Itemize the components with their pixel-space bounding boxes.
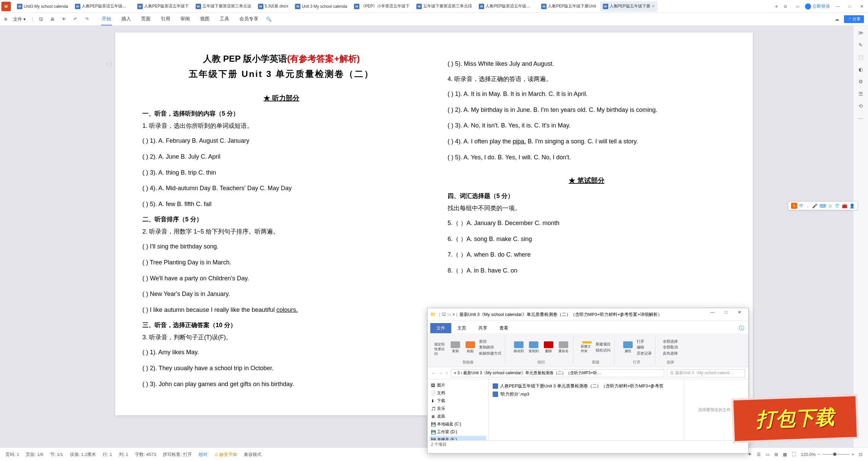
more-icon[interactable]: ⋯: [857, 115, 864, 122]
document-tab[interactable]: W五年级下册英语第三单元综: [414, 1, 475, 12]
tree-item[interactable]: 💾老硬盘 (E:): [430, 436, 486, 440]
up-icon[interactable]: ↑: [446, 370, 448, 376]
properties-button[interactable]: 属性: [622, 341, 634, 354]
cloud-icon[interactable]: ☁: [834, 16, 840, 22]
preview-icon[interactable]: 👁: [61, 16, 67, 22]
status-spell[interactable]: 拼写检查: 打开: [163, 452, 192, 458]
view-full-icon[interactable]: ⛶: [792, 452, 796, 457]
window-restore-icon[interactable]: ⧉: [781, 2, 790, 11]
document-tab[interactable]: W五年级下册英语第三单元达: [193, 1, 254, 12]
back-icon[interactable]: ←: [431, 370, 436, 376]
document-tab[interactable]: W人教PEP版五年级下册✕: [600, 1, 657, 12]
ime-user-icon[interactable]: 👤: [849, 203, 855, 208]
ribbon-tab[interactable]: 审阅: [180, 13, 191, 25]
tree-item[interactable]: 🖥桌面: [430, 413, 486, 420]
collapse-icon[interactable]: ≫: [857, 30, 864, 37]
explorer-tab-share[interactable]: 共享: [472, 323, 493, 333]
ime-emoji-icon[interactable]: ☺: [828, 203, 832, 208]
ime-lang[interactable]: 中: [799, 203, 804, 209]
explorer-titlebar[interactable]: 📁 | 🖫 ▭ ▾ | 最新Unit 3《My school calendar》…: [428, 308, 748, 321]
forward-icon[interactable]: →: [438, 370, 443, 376]
backup-icon[interactable]: ⟲: [857, 103, 864, 110]
status-proof[interactable]: 校对: [199, 452, 208, 458]
undo-icon[interactable]: ↶: [72, 16, 78, 22]
zoom-control[interactable]: 120.0% − +: [801, 452, 854, 457]
zoom-in-icon[interactable]: +: [851, 452, 854, 457]
login-button[interactable]: 立即登录: [805, 3, 830, 9]
ribbon-tab[interactable]: 视图: [199, 13, 210, 25]
close-icon[interactable]: ✕: [857, 2, 867, 11]
tree-item[interactable]: 🖼图片: [430, 381, 486, 389]
tree-item[interactable]: 📄文档: [430, 389, 486, 397]
tree-item[interactable]: 🎵音乐: [430, 405, 486, 413]
explorer-tab-view[interactable]: 查看: [493, 323, 514, 333]
file-menu[interactable]: 文件 ▾: [13, 16, 26, 22]
view-page-icon[interactable]: ▭: [766, 452, 770, 457]
tree-item[interactable]: 💾工作室 (D:): [430, 428, 486, 436]
limit-icon[interactable]: ◐: [857, 66, 864, 73]
select-icon[interactable]: ⬚: [857, 54, 864, 61]
status-col[interactable]: 列: 1: [119, 452, 128, 458]
prop-icon[interactable]: ☰: [857, 91, 864, 98]
pin-button[interactable]: 固定到快速访问: [434, 341, 447, 354]
wps-logo[interactable]: W: [1, 2, 11, 11]
ime-keyboard-icon[interactable]: ⌨: [820, 203, 826, 208]
ribbon-tab[interactable]: 页面: [140, 13, 151, 25]
document-tab[interactable]: W《PEP》小学英语五年级下: [351, 1, 412, 12]
redo-icon[interactable]: ↷: [84, 16, 90, 22]
tree-item[interactable]: 💾本地磁盘 (C:): [430, 420, 486, 428]
tab-close-icon[interactable]: ✕: [652, 4, 655, 8]
tool-icon[interactable]: ⚙: [857, 79, 864, 85]
newfolder-button[interactable]: 新建文件夹: [581, 341, 593, 354]
explorer-search-input[interactable]: 在 最新Unit 3《My school calend…: [667, 369, 745, 377]
window-list-icon[interactable]: ▭: [793, 2, 802, 11]
ime-toolbox-icon[interactable]: 🧰: [842, 203, 847, 208]
status-missing[interactable]: ⚠ 缺失字体: [214, 452, 237, 458]
delete-button[interactable]: 删除: [542, 341, 555, 354]
explorer-tab-home[interactable]: 主页: [451, 323, 472, 333]
file-item[interactable]: '听力部分'.mp3: [491, 390, 681, 398]
status-chars[interactable]: 字数: 4573: [135, 452, 156, 458]
view-outline-icon[interactable]: ⊞: [774, 452, 778, 457]
add-tab-button[interactable]: +: [772, 3, 781, 9]
ime-skin-icon[interactable]: 👕: [834, 203, 840, 208]
explorer-minimize-icon[interactable]: —: [706, 310, 718, 319]
ribbon-tab[interactable]: 工具: [219, 13, 230, 25]
paste-button[interactable]: 粘贴: [464, 341, 476, 354]
help-icon[interactable]: ⓘ: [737, 323, 746, 333]
ime-toolbar[interactable]: S 中 ， 🎤 ⌨ ☺ 👕 🧰 👤: [788, 201, 858, 210]
address-path[interactable]: « 3 › 最新Unit 3《My school calendar》单元质量检测…: [451, 369, 664, 377]
tree-item[interactable]: ⬇下载: [430, 397, 486, 405]
ribbon-tab[interactable]: 引用: [160, 13, 171, 25]
document-tab[interactable]: W人教PEP版五年级下册Unit: [538, 1, 598, 12]
ime-punct-icon[interactable]: ，: [806, 203, 810, 209]
status-setting[interactable]: 设值: 1.2厘米: [70, 452, 96, 458]
copy-button[interactable]: 复制: [449, 341, 461, 354]
rename-button[interactable]: 重命名: [557, 341, 570, 354]
ime-mic-icon[interactable]: 🎤: [812, 203, 817, 208]
status-row[interactable]: 行: 1: [103, 452, 112, 458]
explorer-close-icon[interactable]: ✕: [733, 310, 746, 319]
maximize-icon[interactable]: □: [845, 2, 854, 11]
status-page[interactable]: 页码: 1: [5, 452, 19, 458]
view-read-icon[interactable]: ☰: [757, 452, 761, 457]
moveto-button[interactable]: 移动到: [513, 341, 525, 354]
ribbon-tab[interactable]: 插入: [121, 13, 132, 25]
file-item[interactable]: 人教PEP版五年级下册Unit 3 单元质量检测卷（二）（含听力材料+听力MP3…: [491, 382, 681, 390]
download-badge[interactable]: 打包下载: [732, 395, 859, 443]
status-pages[interactable]: 页面: 1/8: [26, 452, 43, 458]
explorer-maximize-icon[interactable]: □: [720, 310, 732, 319]
document-tab[interactable]: W人教PEP版英语五年级下册U: [72, 1, 133, 12]
print-icon[interactable]: 🖶: [49, 16, 55, 22]
document-tab[interactable]: W人教PEP版英语五年级下: [135, 1, 192, 12]
ribbon-tab[interactable]: 开始: [101, 13, 112, 25]
document-tab[interactable]: W5.3试卷.docx: [255, 1, 291, 12]
document-tab[interactable]: W人教PEP版英语五年级下册U: [476, 1, 537, 12]
save-icon[interactable]: 🖫: [38, 16, 44, 22]
minimize-icon[interactable]: —: [833, 2, 842, 11]
ruler-handle-icon[interactable]: ⋮⋮: [105, 62, 113, 66]
zoom-out-icon[interactable]: −: [818, 452, 821, 457]
status-section[interactable]: 节: 1/1: [50, 452, 63, 458]
style-icon[interactable]: ✎: [857, 42, 864, 49]
search-icon[interactable]: 🔍: [266, 16, 272, 22]
